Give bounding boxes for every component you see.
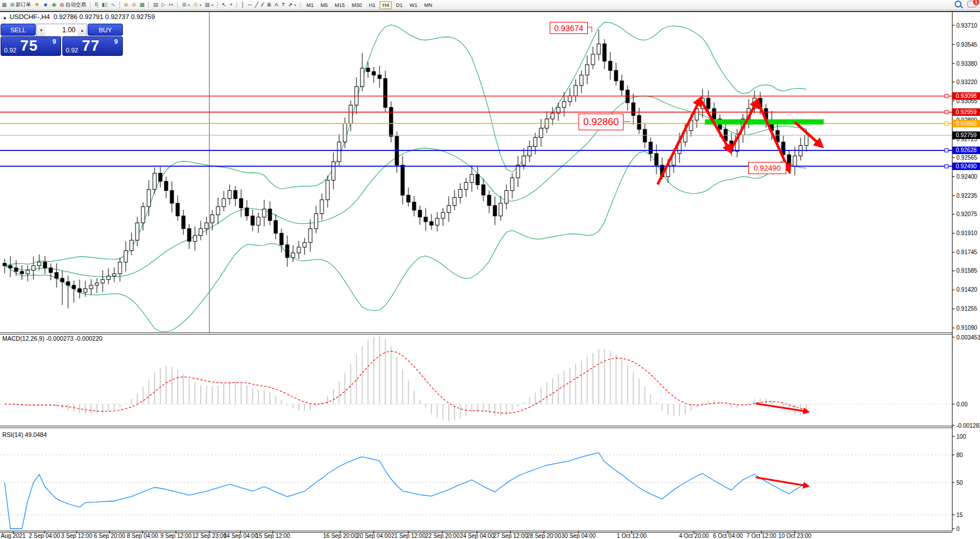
price-callout[interactable]: 0.92860 — [579, 114, 624, 130]
level-line-handle[interactable] — [945, 149, 948, 152]
cursor-arrow-glyph: ↖ — [221, 2, 226, 7]
candle-body — [216, 207, 220, 215]
candle-body — [372, 71, 376, 75]
rsi-indicator-label: RSI(14) 49.0484 — [2, 431, 47, 438]
candle-body — [655, 153, 658, 165]
new-chart-icon[interactable]: ▦ — [0, 1, 9, 9]
tile-windows-icon[interactable]: ▦ — [138, 1, 147, 9]
candle-body — [343, 123, 347, 142]
arrows-button[interactable]: ⇗▾ — [287, 1, 298, 9]
toolbar-group-file: ▦⊞新订单❖☻◉◍自动交易 — [0, 0, 88, 10]
candle-body — [280, 233, 283, 245]
sell-price-display[interactable]: 0.92 75 9 — [1, 36, 61, 56]
new-order-button[interactable]: ⊞新订单 — [9, 1, 33, 9]
bar-chart-icon[interactable]: ‖| — [93, 1, 100, 9]
market-watch-icon[interactable]: ☻ — [41, 1, 50, 9]
channel-button[interactable]: ∕∕ — [260, 1, 265, 9]
price-tag-text: 0.92860 — [956, 120, 977, 127]
notifications-chat-icon[interactable]: 1 — [967, 1, 977, 7]
time-tick-label: 16 Sep 20:00 — [323, 533, 358, 539]
templates-button[interactable]: ▨▾ — [203, 1, 215, 9]
text-button[interactable]: A — [273, 1, 280, 9]
signal-icon-glyph: ◉ — [52, 2, 57, 7]
auto-scroll-icon[interactable]: ▷ — [160, 1, 167, 9]
chart-shift-icon[interactable]: ↦ — [167, 1, 175, 9]
timeframe-group: M1M5M15M30H1H4D1W1MN — [303, 0, 435, 10]
price-callout[interactable]: 0.92490 — [748, 162, 786, 174]
cursor-arrow-button[interactable]: ↖ — [220, 1, 228, 9]
periods-clock-button[interactable]: ◷▾ — [192, 1, 203, 9]
buy-button[interactable]: BUY — [88, 24, 123, 36]
candle-body — [366, 68, 370, 71]
fibonacci-button[interactable]: ≣ — [265, 1, 273, 9]
price-tick-label: 0.93710 — [956, 22, 978, 29]
lot-size-input[interactable]: 1.00 — [46, 24, 78, 36]
text-label-glyph: T — [281, 2, 285, 7]
candle-body — [389, 107, 393, 136]
timeframe-m15-button[interactable]: M15 — [332, 1, 348, 9]
trend-arrow[interactable] — [757, 101, 789, 171]
trend-arrow[interactable] — [730, 101, 757, 151]
candle-body — [118, 262, 122, 274]
autotrading-button[interactable]: ◍自动交易 — [58, 1, 88, 9]
trendline-button[interactable]: ╱ — [253, 1, 260, 9]
toolbar-group-scroll: ▤▷↦ — [151, 0, 175, 10]
candle-body — [101, 280, 104, 283]
price-tag-0.92490: 0.92490 — [952, 163, 980, 170]
green-highlight-zone[interactable] — [705, 119, 824, 125]
timeframe-w1-button[interactable]: W1 — [407, 1, 420, 9]
candle-body — [585, 65, 589, 75]
zoom-in-glyph: ⊕ — [124, 2, 129, 7]
horizontal-line-button[interactable]: ─ — [246, 1, 253, 9]
time-tick-label: 14 Sep 04:00 — [223, 533, 258, 539]
candle-body — [20, 272, 24, 274]
level-line-handle[interactable] — [945, 164, 948, 168]
timeframe-d1-button[interactable]: D1 — [393, 1, 405, 9]
chart-canvas[interactable]: 0.937100.935450.933800.932200.930550.928… — [0, 0, 980, 539]
rsi-pane — [0, 453, 952, 529]
candle-body — [257, 217, 260, 225]
dropdown-caret-icon: ▾ — [294, 3, 296, 7]
rsi-trend-arrow[interactable] — [756, 477, 808, 486]
crosshair-button[interactable]: + — [228, 1, 234, 9]
candle-body — [164, 182, 168, 191]
bollinger-bands — [5, 22, 806, 331]
lot-increase-button[interactable]: ▲ — [78, 24, 87, 36]
candle-body — [262, 209, 266, 217]
zoom-in-button[interactable]: ⊕ — [122, 1, 130, 9]
sell-button[interactable]: SELL — [1, 24, 36, 36]
horizontal-levels — [0, 95, 952, 168]
timeframe-m5-button[interactable]: M5 — [318, 1, 331, 9]
zoom-out-button[interactable]: ⊖ — [130, 1, 138, 9]
timeframe-mn-button[interactable]: MN — [421, 1, 435, 9]
candle-body — [55, 273, 58, 278]
timeframe-h4-button[interactable]: H4 — [380, 1, 392, 9]
arrange-windows-icon[interactable]: ▤ — [151, 1, 160, 9]
price-tick-label: 0.91255 — [956, 306, 978, 312]
candle-body — [78, 289, 81, 292]
text-label-button[interactable]: T — [280, 1, 287, 9]
level-line-handle[interactable] — [945, 95, 948, 98]
macd-trend-arrow[interactable] — [756, 404, 808, 412]
candle-body — [447, 206, 450, 213]
timeframe-m30-button[interactable]: M30 — [349, 1, 365, 9]
chart-profiles-icon[interactable]: ❖ — [33, 1, 41, 9]
candle-body — [176, 203, 179, 216]
line-chart-icon[interactable]: ∿ — [109, 1, 117, 9]
level-line-handle[interactable] — [945, 110, 948, 114]
signal-icon[interactable]: ◉ — [50, 1, 58, 9]
price-tick-label: 0.91090 — [956, 325, 978, 331]
time-tick-label: 12 Sep 23:00 — [192, 533, 227, 539]
indicators-add-button[interactable]: ⊞▾ — [180, 1, 192, 9]
price-callout[interactable]: 0.93674 — [550, 22, 588, 34]
timeframe-h1-button[interactable]: H1 — [366, 1, 378, 9]
price-tick-label: 0.93380 — [956, 61, 978, 67]
lot-decrease-button[interactable]: ▼ — [37, 24, 46, 36]
search-icon[interactable] — [955, 1, 962, 7]
level-line-handle[interactable] — [945, 122, 948, 125]
candlestick-chart-icon[interactable]: ▮▯ — [100, 1, 109, 9]
timeframe-m1-button[interactable]: M1 — [303, 1, 317, 9]
axis-background — [952, 12, 980, 539]
vertical-line-button[interactable]: │ — [239, 1, 246, 9]
buy-price-display[interactable]: 0.92 77 9 — [62, 36, 123, 56]
